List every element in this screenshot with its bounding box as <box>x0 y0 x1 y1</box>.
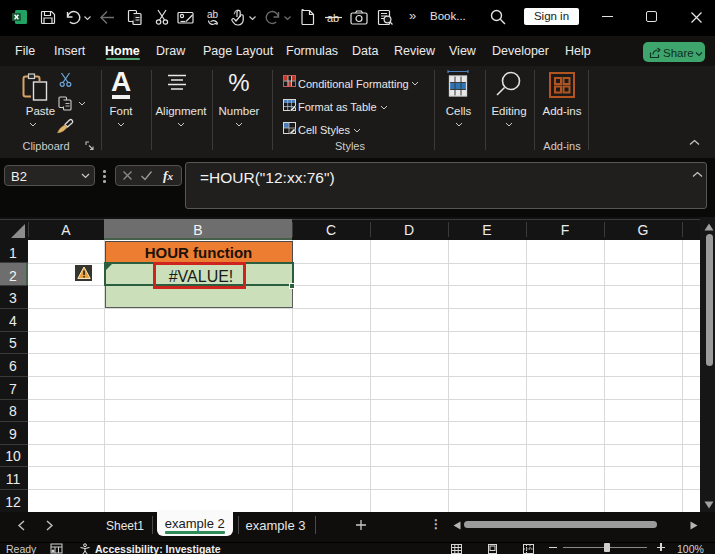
svg-text:ab: ab <box>207 9 219 20</box>
